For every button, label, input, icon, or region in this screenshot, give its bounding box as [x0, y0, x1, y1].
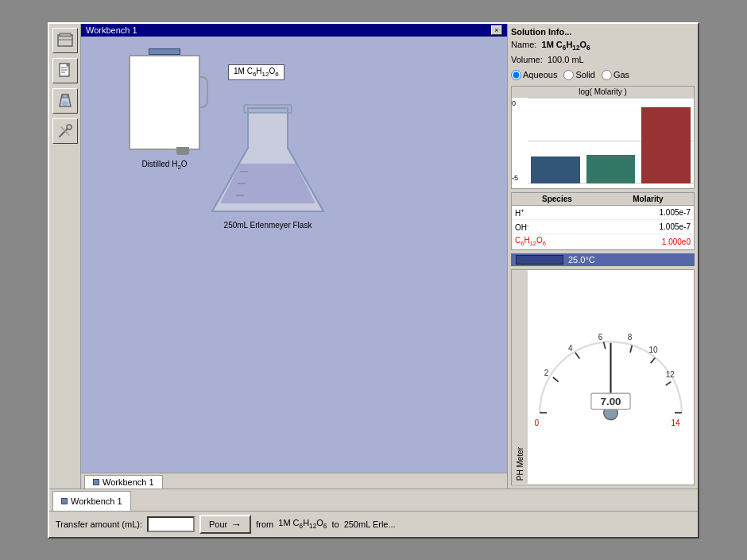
flask-label-tag: 1M C6H12O6 [228, 64, 284, 80]
svg-text:2: 2 [544, 369, 549, 377]
bars-row [531, 101, 691, 183]
svg-marker-16 [220, 164, 315, 203]
main-tab-bar: Workbench 1 [49, 489, 698, 511]
name-label: Name: [511, 40, 536, 49]
pour-arrow-icon: → [230, 518, 242, 531]
svg-point-12 [67, 125, 72, 129]
pour-label: Pour [209, 519, 227, 529]
workbench-canvas: Distilled H2O 1M C6H12O6 [81, 37, 507, 473]
water-jug[interactable]: Distilled H2O [129, 48, 200, 171]
table-row: C6H12O6 1.000e0 [512, 234, 694, 249]
species-table: Species Molarity H+ 1.005e-7 OH- 1.005e-… [511, 192, 695, 251]
ph-meter-label: PH Meter [512, 270, 528, 484]
solid-radio[interactable]: Solid [563, 70, 594, 80]
svg-rect-1 [60, 33, 71, 37]
solid-label: Solid [575, 70, 594, 79]
svg-text:7.00: 7.00 [600, 396, 621, 407]
from-label: from [256, 519, 273, 529]
species-oh-minus: OH- [512, 220, 602, 234]
erlenmeyer-flask[interactable]: 250mL Erlenmeyer Flask [204, 100, 331, 230]
svg-text:6: 6 [598, 333, 603, 342]
temperature-bar: 25.0°C [511, 253, 695, 266]
tab-color-icon [61, 498, 68, 504]
tab-icon [93, 479, 99, 485]
aqueous-radio-input[interactable] [511, 70, 521, 80]
workbench-main-tab[interactable]: Workbench 1 [52, 491, 131, 511]
document-tool-btn[interactable] [52, 58, 78, 83]
bottom-bar: Transfer amount (mL): Pour → from 1M C6H… [49, 511, 698, 537]
species-glucose: C6H12O6 [512, 234, 602, 249]
chart-y-labels: 0 -5 [512, 98, 528, 183]
tab-bar: Workbench 1 [81, 473, 507, 489]
to-value: 250mL Erle... [344, 519, 396, 529]
toolbar [49, 24, 81, 489]
svg-line-23 [553, 377, 559, 382]
flask-svg [204, 100, 331, 227]
col-molarity: Molarity [602, 193, 694, 206]
jug-cap [149, 48, 180, 55]
svg-text:12: 12 [666, 370, 675, 379]
svg-text:0: 0 [534, 419, 539, 427]
jug-spout [176, 147, 189, 155]
volume-value: 100.0 mL [548, 55, 584, 64]
svg-rect-9 [63, 95, 68, 98]
ph-gauge: 0 2 4 6 [531, 273, 691, 481]
workbench-tool-btn[interactable] [52, 28, 78, 53]
solution-info-title: Solution Info... [511, 27, 695, 37]
state-radios: Aqueous Solid Gas [511, 70, 695, 80]
workbench-title: Workbench 1 [86, 25, 137, 35]
volume-label: Volume: [511, 55, 543, 64]
table-row: H+ 1.005e-7 [512, 205, 694, 219]
svg-line-31 [651, 357, 656, 363]
chart-title: log( Molarity ) [512, 87, 694, 98]
svg-text:8: 8 [628, 333, 633, 342]
molarity-glucose: 1.000e0 [602, 234, 694, 249]
svg-text:4: 4 [568, 343, 573, 352]
svg-text:14: 14 [671, 419, 680, 427]
bar-oh-minus [586, 155, 636, 183]
pour-button[interactable]: Pour → [199, 515, 251, 534]
workbench-panel: Workbench 1 × Distilled H2O 1M C6H12O6 [81, 24, 507, 489]
workbench-tab[interactable]: Workbench 1 [84, 475, 163, 489]
tools-tool-btn[interactable] [52, 118, 78, 144]
main-content: Workbench 1 × Distilled H2O 1M C6H12O6 [49, 24, 698, 489]
aqueous-radio[interactable]: Aqueous [511, 70, 557, 80]
temp-value: 25.0°C [568, 255, 595, 265]
svg-line-33 [666, 382, 672, 385]
species-data-table: Species Molarity H+ 1.005e-7 OH- 1.005e-… [512, 193, 694, 250]
solution-panel: Solution Info... Name: 1M C6H12O6 Volume… [507, 24, 698, 489]
jug-label: Distilled H2O [141, 160, 187, 171]
svg-point-10 [62, 101, 68, 106]
app-window: Workbench 1 × Distilled H2O 1M C6H12O6 [48, 22, 699, 539]
gauge-svg: 0 2 4 6 [531, 324, 691, 431]
bar-h-plus [531, 156, 580, 183]
solid-radio-input[interactable] [563, 70, 574, 80]
solution-name-row: Name: 1M C6H12O6 [511, 40, 695, 52]
gas-radio[interactable]: Gas [602, 70, 629, 80]
jug-body [129, 55, 200, 150]
solution-volume-row: Volume: 100.0 mL [511, 55, 695, 64]
gas-radio-input[interactable] [602, 70, 612, 80]
molarity-h-plus: 1.005e-7 [602, 205, 694, 219]
to-label: to [331, 519, 339, 529]
gas-label: Gas [613, 70, 629, 79]
svg-text:10: 10 [649, 346, 659, 354]
svg-line-25 [575, 353, 580, 359]
tab-label: Workbench 1 [103, 477, 154, 487]
lab-tool-btn[interactable] [52, 88, 78, 114]
transfer-amount-input[interactable] [147, 516, 195, 532]
grid-line-top [528, 98, 694, 98]
bar-glucose [641, 107, 691, 183]
from-value: 1M C6H12O6 [278, 518, 327, 530]
ph-meter-inner: PH Meter 0 [512, 270, 694, 484]
aqueous-label: Aqueous [523, 70, 557, 79]
chart-bars-area [528, 98, 694, 183]
svg-line-29 [630, 346, 632, 353]
temp-indicator [516, 255, 563, 265]
chart-area: 0 -5 [512, 98, 694, 183]
workbench-close-btn[interactable]: × [491, 25, 502, 35]
solution-name-value: 1M C6H12O6 [542, 40, 590, 49]
transfer-label: Transfer amount (mL): [56, 519, 142, 529]
workbench-titlebar: Workbench 1 × [81, 24, 507, 37]
main-tab-label: Workbench 1 [71, 496, 122, 506]
